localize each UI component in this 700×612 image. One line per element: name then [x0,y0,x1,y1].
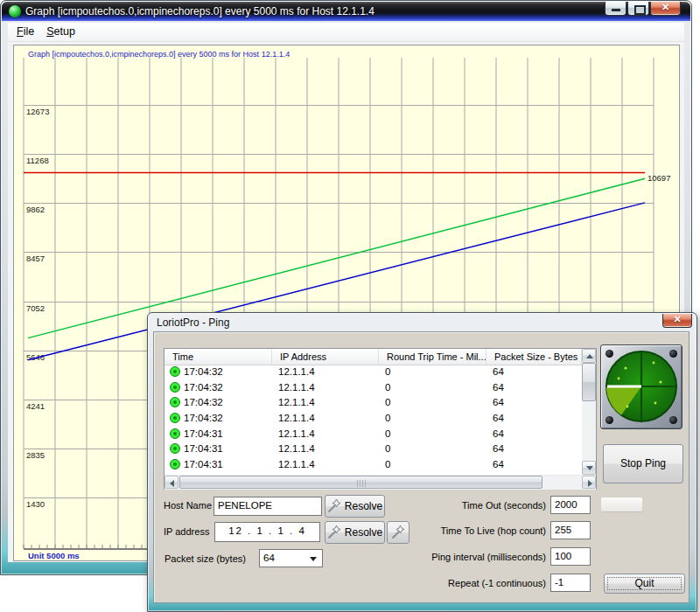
status-ok-icon [170,397,180,407]
graph-app-icon [9,5,21,17]
svg-text:10697: 10697 [648,173,670,183]
close-button[interactable]: ✕ [650,2,681,16]
chart-title: Graph [icmpoutechos.0,icmpinechoreps.0] … [28,50,290,59]
table-row[interactable]: 17:04:31 12.1.1.4 0 64 [164,442,582,457]
timeout-input[interactable]: 2000 [550,496,591,514]
svg-text:9862: 9862 [26,205,45,214]
column-header[interactable]: Packet Size - Bytes [486,349,582,365]
svg-text:1430: 1430 [26,499,45,509]
column-header[interactable]: Round Trip Time - Mil... [379,349,486,365]
chevron-down-icon [310,557,317,561]
vertical-scroll-thumb[interactable] [582,363,596,401]
scroll-left-button[interactable] [164,476,178,489]
graph-window-titlebar[interactable]: Graph [icmpoutechos.0,icmpinechoreps.0] … [2,2,690,21]
scroll-right-button[interactable] [582,476,596,489]
chart-unit-label: Unit 5000 ms [28,551,80,560]
horizontal-scrollbar[interactable] [164,475,596,490]
table-rows: 17:04:32 12.1.1.4 0 64 17:04:32 12.1.1.4… [164,365,582,473]
svg-text:4241: 4241 [26,401,45,411]
status-ok-icon [170,459,180,469]
wand-icon [327,525,341,539]
host-name-label: Host Name [164,500,212,511]
quit-button[interactable]: Quit [604,574,685,594]
timeout-label: Time Out (seconds) [346,500,546,511]
table-row[interactable]: 17:04:32 12.1.1.4 0 64 [164,395,582,411]
table-row[interactable]: 17:04:31 12.1.1.4 0 64 [164,427,582,442]
menu-item[interactable]: File [10,23,40,38]
ttl-label: Time To Live (hop count) [346,525,546,536]
menu-item[interactable]: Setup [40,23,81,38]
maximize-icon [634,5,646,15]
close-icon: ✕ [663,314,691,325]
status-ok-icon [170,382,180,393]
repeat-input[interactable]: -1 [550,574,591,592]
graph-window-title: Graph [icmpoutechos.0,icmpinechoreps.0] … [25,5,374,17]
table-header: TimeIP AddressRound Trip Time - Mil...Pa… [164,349,582,365]
column-header[interactable]: IP Address [272,349,379,365]
status-ok-icon [170,413,180,423]
minimize-button[interactable] [605,2,626,16]
table-row[interactable]: 17:04:32 12.1.1.4 0 64 [164,365,582,380]
status-strip [601,497,642,511]
status-ok-icon [170,428,180,439]
table-row[interactable]: 17:04:32 12.1.1.4 0 64 [164,380,582,396]
desktop: Graph [icmpoutechos.0,icmpinechoreps.0] … [0,0,700,612]
wand-icon [327,499,341,513]
ip-address-input[interactable]: 12 . 1 . 1 . 4 [214,522,320,542]
repeat-label: Repeat (-1 continuous) [346,578,546,588]
ping-window-title: LoriotPro - Ping [157,316,229,329]
scroll-up-button[interactable] [582,349,596,363]
interval-label: Ping interval (milliseconds) [346,552,546,562]
menu-bar: FileSetup [8,23,684,42]
status-ok-icon [170,366,180,377]
svg-text:8457: 8457 [26,254,45,263]
column-header[interactable]: Time [164,349,272,365]
vertical-scrollbar[interactable] [582,349,596,475]
ping-results-table: TimeIP AddressRound Trip Time - Mil...Pa… [164,348,597,490]
svg-text:7052: 7052 [26,303,45,313]
svg-text:11268: 11268 [26,156,49,165]
svg-text:12673: 12673 [26,107,49,116]
status-ok-icon [170,443,180,454]
packet-size-select[interactable]: 64 [259,549,323,567]
ping-window-content: TimeIP AddressRound Trip Time - Mil...Pa… [153,331,690,603]
ping-window: LoriotPro - Ping ✕ TimeIP AddressRound T… [147,312,697,612]
host-name-input[interactable]: PENELOPE [214,497,322,516]
ping-close-button[interactable]: ✕ [662,314,692,328]
horizontal-scroll-thumb[interactable] [179,476,542,489]
interval-input[interactable]: 100 [550,547,591,566]
close-icon: ✕ [651,2,680,13]
maximize-button[interactable] [627,2,649,16]
ttl-input[interactable]: 255 [550,521,591,539]
table-row[interactable]: 17:04:32 12.1.1.4 0 64 [164,411,582,427]
focus-rect [607,577,682,590]
scroll-down-button[interactable] [582,461,596,475]
table-row[interactable]: 17:04:31 12.1.1.4 0 64 [164,457,582,473]
packet-size-label: Packet size (bytes) [164,553,246,564]
stop-ping-button[interactable]: Stop Ping [603,444,683,483]
radar-icon [600,344,682,429]
svg-text:2835: 2835 [26,450,45,460]
ip-address-label: IP address [164,526,209,537]
minimize-icon [612,9,620,11]
